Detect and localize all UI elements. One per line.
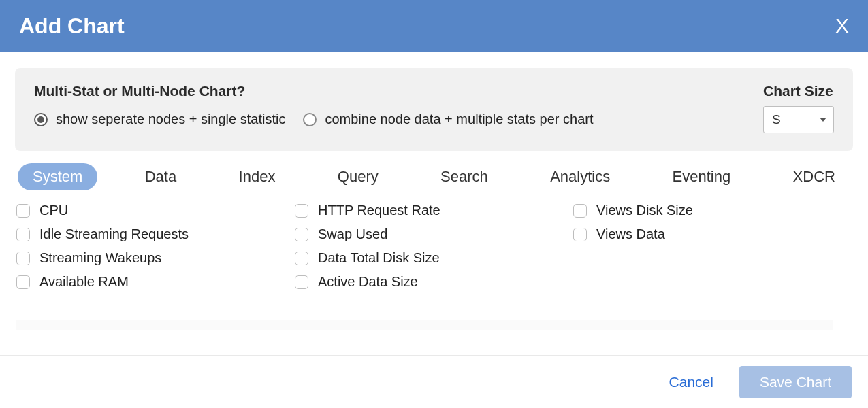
category-tabs: System Data Index Query Search Analytics… (15, 163, 853, 190)
stat-label: Active Data Size (318, 274, 418, 290)
checkbox-icon (295, 275, 308, 289)
stat-streaming-wakeups[interactable]: Streaming Wakeups (16, 250, 295, 266)
chart-type-left: Multi-Stat or Multi-Node Chart? show sep… (34, 83, 763, 127)
tab-eventing[interactable]: Eventing (658, 163, 746, 190)
checkbox-icon (16, 228, 30, 241)
checkbox-icon (573, 204, 587, 218)
tab-index[interactable]: Index (224, 163, 291, 190)
stat-views-disk-size[interactable]: Views Disk Size (573, 203, 852, 218)
stat-label: Views Disk Size (596, 203, 693, 218)
dialog-footer: Cancel Save Chart (0, 355, 868, 408)
stat-label: Available RAM (39, 274, 129, 290)
stat-http-request-rate[interactable]: HTTP Request Rate (295, 203, 573, 218)
checkbox-icon (295, 228, 308, 241)
stats-col-1: CPU Idle Streaming Requests Streaming Wa… (16, 203, 295, 290)
radio-combine-nodes[interactable]: combine node data + multiple stats per c… (303, 112, 593, 127)
radio-icon (303, 113, 317, 126)
tab-xdcr[interactable]: XDCR (778, 163, 850, 190)
tab-system[interactable]: System (18, 163, 97, 190)
stats-col-2: HTTP Request Rate Swap Used Data Total D… (295, 203, 573, 290)
stat-active-data-size[interactable]: Active Data Size (295, 274, 573, 290)
stat-label: Idle Streaming Requests (39, 226, 189, 242)
chart-type-heading: Multi-Stat or Multi-Node Chart? (34, 83, 763, 99)
stat-label: Swap Used (318, 226, 387, 242)
chart-size-select[interactable]: S (763, 106, 834, 133)
chart-size-label: Chart Size (763, 83, 833, 99)
checkbox-icon (16, 204, 30, 218)
stats-col-3: Views Disk Size Views Data (573, 203, 852, 290)
stat-label: Views Data (596, 226, 665, 242)
dialog-title: Add Chart (19, 14, 125, 39)
stat-label: Streaming Wakeups (39, 250, 161, 266)
checkbox-icon (295, 252, 308, 265)
stat-swap-used[interactable]: Swap Used (295, 226, 573, 242)
cancel-button[interactable]: Cancel (669, 374, 713, 390)
stat-data-total-disk-size[interactable]: Data Total Disk Size (295, 250, 573, 266)
close-icon[interactable]: X (835, 16, 849, 36)
stat-label: CPU (39, 203, 68, 218)
tab-query[interactable]: Query (323, 163, 393, 190)
chart-type-radio-group: show seperate nodes + single statistic c… (34, 112, 763, 127)
tab-search[interactable]: Search (425, 163, 503, 190)
chart-type-panel: Multi-Stat or Multi-Node Chart? show sep… (15, 68, 853, 151)
checkbox-icon (573, 228, 587, 241)
stat-idle-streaming-requests[interactable]: Idle Streaming Requests (16, 226, 295, 242)
radio-icon (34, 113, 48, 126)
checkbox-icon (295, 204, 308, 218)
stats-list: CPU Idle Streaming Requests Streaming Wa… (15, 190, 853, 290)
dialog-header: Add Chart X (0, 0, 868, 52)
checkbox-icon (16, 275, 30, 289)
stat-available-ram[interactable]: Available RAM (16, 274, 295, 290)
radio-separate-nodes[interactable]: show seperate nodes + single statistic (34, 112, 285, 127)
chevron-down-icon (820, 118, 826, 122)
tab-data[interactable]: Data (130, 163, 191, 190)
divider (16, 320, 833, 330)
tab-analytics[interactable]: Analytics (535, 163, 625, 190)
checkbox-icon (16, 252, 30, 265)
stat-views-data[interactable]: Views Data (573, 226, 852, 242)
stat-label: Data Total Disk Size (318, 250, 440, 266)
save-chart-button[interactable]: Save Chart (739, 366, 852, 398)
chart-size-value: S (772, 112, 781, 127)
chart-size-group: Chart Size S (763, 83, 834, 133)
radio-label: combine node data + multiple stats per c… (325, 112, 593, 127)
radio-label: show seperate nodes + single statistic (56, 112, 285, 127)
dialog-content: Multi-Stat or Multi-Node Chart? show sep… (0, 52, 868, 330)
stat-label: HTTP Request Rate (318, 203, 440, 218)
stat-cpu[interactable]: CPU (16, 203, 295, 218)
